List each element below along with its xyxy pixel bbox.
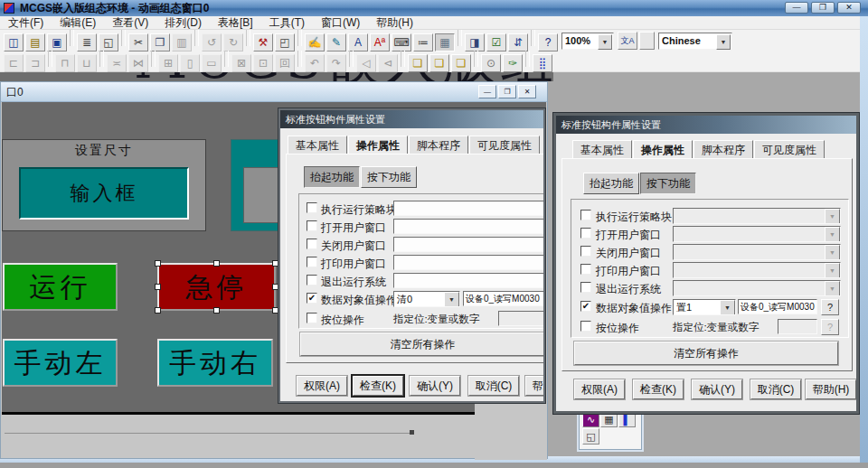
selection-handle[interactable] — [272, 307, 278, 314]
equal-height-icon[interactable]: ▯ — [180, 54, 200, 72]
bit-op-field[interactable] — [498, 311, 545, 326]
menu-view[interactable]: 查看(V) — [104, 16, 156, 30]
print-window-field[interactable] — [393, 255, 545, 270]
confirm-button[interactable]: 确认(Y) — [692, 379, 742, 399]
new-window-icon[interactable]: ◫ — [4, 33, 24, 51]
save-icon[interactable]: ▣ — [47, 33, 67, 51]
draw-toolbar-icon[interactable]: ✍ — [305, 33, 325, 51]
grid-dots-icon[interactable]: ⣿ — [533, 54, 552, 72]
toolbox-icon[interactable]: ⚒ — [253, 33, 273, 51]
checkbox-bit-op[interactable] — [307, 313, 317, 323]
checkbox-bit-op[interactable] — [580, 321, 591, 332]
open-window-field[interactable] — [393, 219, 545, 234]
grid-toggle-icon[interactable]: ▦ — [435, 33, 455, 51]
menu-file[interactable]: 文件(F) — [0, 16, 52, 30]
subtab-press[interactable]: 按下功能 — [640, 173, 696, 194]
tab-script[interactable]: 脚本程序 — [409, 136, 468, 154]
checkbox-open-window[interactable] — [307, 220, 317, 231]
redo-icon[interactable]: ↻ — [223, 33, 243, 51]
value-op-select[interactable]: 清0 — [393, 291, 460, 307]
pin-icon[interactable]: ✑ — [503, 54, 523, 72]
checkbox-exit-system[interactable] — [580, 282, 591, 293]
tab-basic[interactable]: 基本属性 — [288, 136, 347, 154]
send-to-back-icon[interactable]: ❏ — [429, 54, 449, 72]
font-icon[interactable]: Aª — [370, 33, 390, 51]
checkbox-run-strategy[interactable] — [580, 210, 591, 220]
checkbox-data-value-op[interactable]: ✔ — [307, 293, 317, 304]
open-project-icon[interactable]: ▤ — [25, 33, 45, 51]
label-window-icon[interactable]: ◱ — [582, 428, 599, 445]
zoom-select[interactable]: 100% — [561, 33, 614, 50]
bit-op-field[interactable] — [778, 319, 817, 334]
outline-view-icon[interactable]: ≔ — [413, 33, 433, 51]
help-button[interactable]: 帮助(H) — [525, 376, 545, 396]
text-tool-icon[interactable]: A — [348, 33, 368, 51]
bring-to-front-icon[interactable]: ❏ — [408, 54, 428, 72]
language-select[interactable]: Chinese — [658, 33, 732, 50]
flip-horizontal-icon[interactable]: ◁ — [356, 54, 376, 72]
center-both-icon[interactable]: ⊞ — [158, 54, 178, 72]
rotate-right-icon[interactable]: ↷ — [326, 54, 346, 72]
checkbox-exit-system[interactable] — [307, 275, 317, 285]
paste-icon[interactable]: ▥ — [172, 33, 192, 51]
flip-vertical-icon[interactable]: ⊲ — [378, 54, 398, 72]
canvas-edge-handle[interactable] — [410, 430, 414, 435]
spread-horizontal-icon[interactable]: ⊠ — [231, 54, 251, 72]
strategy-select[interactable] — [673, 208, 841, 224]
clear-all-button[interactable]: 清空所有操作 — [574, 342, 838, 365]
subtab-release[interactable]: 抬起功能 — [304, 166, 360, 188]
tab-basic[interactable]: 基本属性 — [572, 140, 632, 159]
checkbox-print-window[interactable] — [307, 257, 317, 267]
close-icon[interactable]: ✕ — [837, 2, 861, 14]
center-vertical-icon[interactable]: ≍ — [107, 54, 127, 72]
menu-table[interactable]: 表格[B] — [210, 16, 261, 30]
strategy-field[interactable] — [393, 201, 545, 216]
value-op-help-button[interactable]: ? — [821, 299, 839, 315]
center-horizontal-icon[interactable]: ⋈ — [128, 54, 148, 72]
workbench-icon[interactable]: ◰ — [275, 33, 295, 51]
equal-width-icon[interactable]: ▭ — [202, 54, 222, 72]
copy-icon[interactable]: ❐ — [150, 33, 170, 51]
cancel-button[interactable]: 取消(C) — [750, 379, 801, 399]
selection-handle[interactable] — [213, 307, 220, 314]
selection-handle[interactable] — [272, 260, 278, 267]
properties-icon[interactable]: ◨ — [465, 33, 485, 51]
check-button[interactable]: 检查(K) — [633, 379, 684, 399]
size-panel[interactable]: 设置尺寸 输入框 — [2, 139, 206, 231]
input-box-element[interactable]: 输入框 — [19, 167, 189, 220]
checkbox-print-window[interactable] — [580, 264, 591, 275]
context-help-icon[interactable]: ? — [538, 33, 558, 51]
tab-operation[interactable]: 操作属性 — [633, 140, 693, 159]
clear-all-button[interactable]: 清空所有操作 — [300, 332, 545, 356]
tab-visibility[interactable]: 可见度属性 — [469, 136, 540, 154]
open-window-select[interactable] — [673, 226, 841, 242]
rotate-left-icon[interactable]: ↶ — [305, 54, 325, 72]
animation-window-titlebar[interactable]: 口0 — ❐ ✕ — [1, 82, 547, 102]
permission-button[interactable]: 权限(A) — [297, 376, 347, 396]
menu-help[interactable]: 帮助(H) — [368, 16, 421, 30]
value-op-target[interactable]: 设备0_读写M0030 — [463, 291, 545, 306]
value-op-select[interactable]: 置1 — [673, 299, 736, 315]
swap-layer-icon[interactable]: ❏ — [451, 54, 471, 72]
menu-arrange[interactable]: 排列(D) — [156, 16, 210, 30]
cut-icon[interactable]: ✂ — [128, 33, 148, 51]
child-minimize-icon[interactable]: — — [478, 85, 496, 98]
checkbox-data-value-op[interactable]: ✔ — [580, 301, 591, 312]
child-close-icon[interactable]: ✕ — [518, 85, 536, 98]
run-button-element[interactable]: 运行 — [3, 263, 118, 311]
checkbox-run-strategy[interactable] — [307, 202, 317, 213]
syntax-check-icon[interactable]: ☑ — [486, 33, 506, 51]
undo-icon[interactable]: ↺ — [202, 33, 222, 51]
value-op-target[interactable]: 设备0_读写M0030 — [738, 299, 817, 314]
selection-handle[interactable] — [155, 260, 161, 267]
print-window-select[interactable] — [673, 262, 841, 278]
restore-icon[interactable]: ❐ — [811, 2, 835, 14]
subtab-release[interactable]: 抬起功能 — [583, 173, 639, 194]
child-restore-icon[interactable]: ❐ — [498, 85, 516, 98]
animation-edit-icon[interactable]: ✎ — [326, 33, 346, 51]
selection-handle[interactable] — [155, 307, 161, 314]
menu-edit[interactable]: 编辑(E) — [52, 16, 104, 30]
align-left-icon[interactable]: ⊏ — [4, 54, 24, 72]
align-top-icon[interactable]: ⊓ — [55, 54, 75, 72]
minimize-icon[interactable]: — — [785, 2, 808, 14]
